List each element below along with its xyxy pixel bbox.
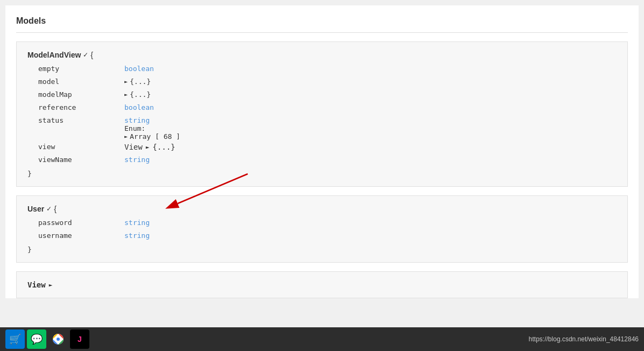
field-reference-name: reference — [38, 103, 124, 111]
field-viewname-name: viewName — [38, 156, 124, 164]
field-status: status string Enum: ► Array [ 68 ] — [38, 116, 617, 141]
field-model-expand[interactable]: ► {...} — [124, 78, 151, 86]
modelandview-open-brace: { — [90, 51, 93, 59]
view-expand-arrow: ► — [146, 144, 150, 151]
field-empty-name: empty — [38, 65, 124, 73]
array-expand-text: Array [ 68 ] — [130, 132, 180, 141]
field-modelmap-name: modelMap — [38, 90, 124, 99]
modelmap-expand-dots: {...} — [130, 90, 151, 99]
field-empty: empty boolean — [38, 65, 617, 75]
user-open-brace: { — [54, 205, 57, 213]
view-block-arrow: ► — [49, 282, 53, 289]
field-status-enum-label: Enum: — [124, 124, 180, 132]
field-model: model ► {...} — [38, 78, 617, 88]
field-status-array-expand[interactable]: ► Array [ 68 ] — [124, 132, 180, 141]
field-password-name: password — [38, 219, 124, 227]
field-username: username string — [38, 231, 617, 242]
models-title: Models — [16, 16, 628, 33]
field-status-types: string Enum: ► Array [ 68 ] — [124, 116, 180, 141]
page-background: Models ModelAndView ✓ { empty boolean mo… — [0, 0, 644, 328]
modelandview-fields: empty boolean model ► {...} modelMap ► — [27, 65, 617, 166]
field-status-type-string: string — [124, 116, 180, 124]
view-expand-dots: {...} — [152, 143, 175, 151]
field-view-name: view — [38, 143, 124, 151]
modelandview-close-brace: } — [27, 170, 617, 178]
field-modelmap-expand[interactable]: ► {...} — [124, 90, 151, 99]
field-reference-type: boolean — [124, 103, 154, 111]
field-username-name: username — [38, 231, 124, 240]
user-block: User ✓ { password string username string… — [16, 195, 628, 263]
modelandview-block: ModelAndView ✓ { empty boolean model ► {… — [16, 41, 628, 187]
user-close-brace: } — [27, 245, 617, 254]
field-reference: reference boolean — [38, 103, 617, 114]
field-empty-type: boolean — [124, 65, 154, 73]
field-status-name: status — [38, 116, 124, 124]
user-fields: password string username string — [27, 219, 617, 242]
user-header: User ✓ { — [27, 205, 617, 213]
modelandview-name: ModelAndView — [27, 51, 81, 59]
main-content: Models ModelAndView ✓ { empty boolean mo… — [5, 5, 639, 298]
view-block-name: View — [27, 280, 46, 289]
field-viewname: viewName string — [38, 156, 617, 166]
field-view-expand[interactable]: View ► {...} — [124, 143, 176, 151]
field-view: view View ► {...} — [38, 143, 617, 153]
field-viewname-type: string — [124, 156, 150, 164]
modelandview-header: ModelAndView ✓ { — [27, 51, 617, 59]
user-chevron[interactable]: ✓ — [46, 205, 52, 213]
field-username-type: string — [124, 231, 150, 240]
user-name: User — [27, 205, 44, 213]
field-modelmap: modelMap ► {...} — [38, 90, 617, 101]
model-expand-dots: {...} — [130, 78, 151, 86]
model-expand-arrow: ► — [124, 79, 128, 85]
modelmap-expand-arrow: ► — [124, 92, 128, 97]
view-block-header[interactable]: View ► — [27, 280, 617, 289]
field-model-name: model — [38, 78, 124, 86]
array-expand-arrow: ► — [124, 134, 128, 139]
modelandview-chevron[interactable]: ✓ — [83, 51, 88, 59]
field-password-type: string — [124, 219, 150, 227]
view-block: View ► — [16, 271, 628, 298]
taskbar: 🛒 💬 J https://blog.csdn.net/weixin_48412… — [0, 327, 644, 328]
field-password: password string — [38, 219, 617, 229]
view-label: View — [124, 143, 143, 151]
